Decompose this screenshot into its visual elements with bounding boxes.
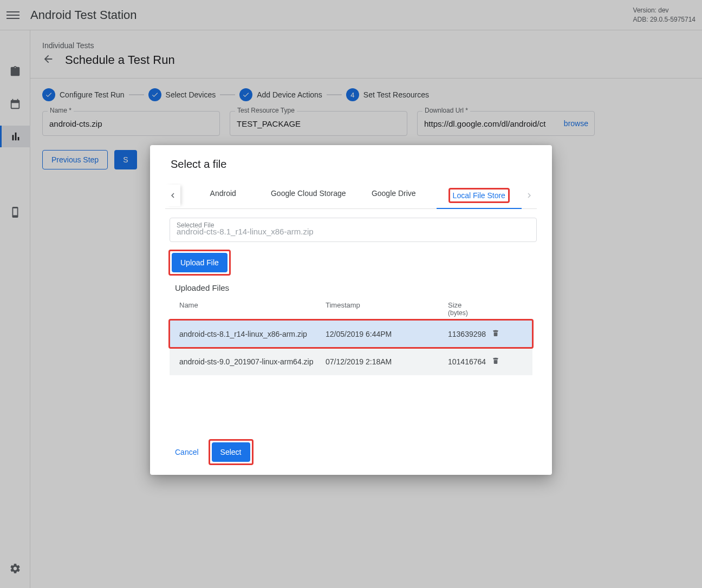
table-row[interactable]: android-cts-8.1_r14-linux_x86-arm.zip 12… [170, 320, 532, 348]
tab-bar: Android Google Cloud Storage Google Driv… [165, 182, 537, 209]
selected-file-value: android-cts-8.1_r14-linux_x86-arm.zip [177, 227, 530, 236]
tab-local-file-store[interactable]: Local File Store [437, 182, 522, 208]
tab-drive[interactable]: Google Drive [351, 182, 437, 208]
delete-icon[interactable] [491, 356, 508, 367]
dialog-actions: Cancel Select [170, 440, 537, 464]
delete-icon[interactable] [491, 329, 508, 339]
tab-scroll-right-icon[interactable] [522, 185, 537, 206]
tab-android[interactable]: Android [180, 182, 266, 208]
dialog-title: Select a file [171, 158, 537, 171]
table-row[interactable]: android-sts-9.0_201907-linux-arm64.zip 0… [170, 348, 532, 375]
cancel-button[interactable]: Cancel [170, 442, 204, 462]
select-file-dialog: Select a file Android Google Cloud Stora… [150, 145, 552, 475]
selected-file-field: Selected File android-cts-8.1_r14-linux_… [170, 218, 537, 242]
tab-gcs[interactable]: Google Cloud Storage [266, 182, 352, 208]
select-button[interactable]: Select [212, 442, 250, 462]
table-header: Name Timestamp Size(bytes) [170, 298, 532, 320]
uploaded-files-title: Uploaded Files [175, 283, 537, 292]
tab-scroll-left-icon[interactable] [165, 185, 180, 206]
file-table: Name Timestamp Size(bytes) android-cts-8… [170, 298, 532, 375]
upload-file-button[interactable]: Upload File [172, 253, 227, 272]
